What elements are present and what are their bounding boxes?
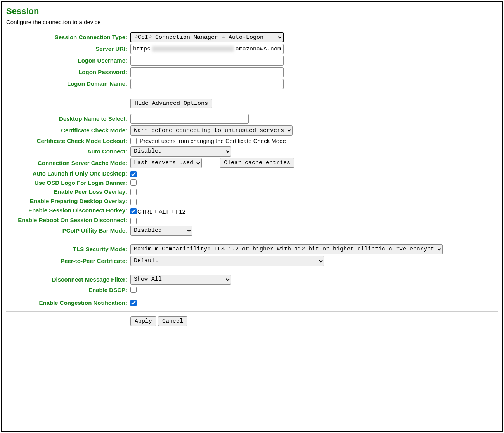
tls-mode-select[interactable]: Maximum Compatibility: TLS 1.2 or higher… bbox=[130, 244, 443, 254]
apply-button[interactable]: Apply bbox=[130, 316, 156, 326]
desktop-name-label: Desktop Name to Select: bbox=[6, 115, 130, 123]
desktop-name-input[interactable] bbox=[130, 114, 249, 124]
logon-username-input[interactable] bbox=[130, 56, 284, 66]
connection-type-label: Session Connection Type: bbox=[6, 33, 130, 41]
osd-logo-label: Use OSD Logo For Login Banner: bbox=[6, 179, 130, 187]
divider-2 bbox=[6, 311, 498, 312]
cert-check-mode-label: Certificate Check Mode: bbox=[6, 127, 130, 134]
cert-check-mode-select[interactable]: Warn before connecting to untrusted serv… bbox=[130, 125, 293, 136]
enable-dscp-checkbox[interactable] bbox=[130, 287, 137, 293]
logon-password-label: Logon Password: bbox=[6, 68, 130, 76]
preparing-overlay-checkbox[interactable] bbox=[130, 199, 137, 205]
server-uri-input[interactable]: https amazonaws.com bbox=[130, 44, 284, 54]
tls-mode-label: TLS Security Mode: bbox=[6, 245, 130, 253]
peer-loss-label: Enable Peer Loss Overlay: bbox=[6, 188, 130, 196]
cancel-button[interactable]: Cancel bbox=[158, 316, 187, 326]
enable-dscp-label: Enable DSCP: bbox=[6, 286, 130, 294]
auto-connect-select[interactable]: Disabled bbox=[130, 146, 231, 157]
cert-lockout-text: Prevent users from changing the Certific… bbox=[140, 137, 286, 144]
server-uri-suffix: amazonaws.com bbox=[236, 46, 281, 52]
utility-bar-select[interactable]: Disabled bbox=[130, 226, 192, 236]
disconnect-hotkey-label: Enable Session Disconnect Hotkey: bbox=[6, 207, 130, 214]
auto-connect-label: Auto Connect: bbox=[6, 148, 130, 155]
logon-password-input[interactable] bbox=[130, 67, 284, 77]
congestion-label: Enable Congestion Notification: bbox=[6, 299, 130, 307]
session-config-page: Session Configure the connection to a de… bbox=[1, 1, 503, 432]
hotkey-text: CTRL + ALT + F12 bbox=[137, 208, 185, 215]
logon-domain-input[interactable] bbox=[130, 79, 284, 89]
reboot-disconnect-checkbox[interactable] bbox=[130, 218, 137, 224]
reboot-disconnect-label: Enable Reboot On Session Disconnect: bbox=[6, 216, 130, 224]
p2p-cert-select[interactable]: Default bbox=[130, 256, 324, 266]
congestion-checkbox[interactable] bbox=[130, 300, 137, 306]
page-subtitle: Configure the connection to a device bbox=[6, 19, 498, 25]
clear-cache-button[interactable]: Clear cache entries bbox=[220, 158, 294, 168]
p2p-cert-label: Peer-to-Peer Certificate: bbox=[6, 257, 130, 265]
peer-loss-checkbox[interactable] bbox=[130, 189, 137, 195]
utility-bar-label: PCoIP Utility Bar Mode: bbox=[6, 227, 130, 235]
connection-type-select[interactable]: PCoIP Connection Manager + Auto-Logon bbox=[130, 32, 284, 42]
hide-advanced-button[interactable]: Hide Advanced Options bbox=[130, 99, 212, 108]
logon-username-label: Logon Username: bbox=[6, 57, 130, 64]
disconnect-hotkey-checkbox[interactable] bbox=[130, 208, 137, 214]
server-uri-prefix: https bbox=[133, 46, 151, 52]
cache-mode-label: Connection Server Cache Mode: bbox=[6, 159, 130, 167]
preparing-overlay-label: Enable Preparing Desktop Overlay: bbox=[6, 197, 130, 205]
logon-domain-label: Logon Domain Name: bbox=[6, 80, 130, 88]
cert-lockout-checkbox[interactable] bbox=[130, 138, 137, 144]
cert-lockout-label: Certificate Check Mode Lockout: bbox=[6, 137, 130, 145]
server-uri-label: Server URI: bbox=[6, 45, 130, 53]
osd-logo-checkbox[interactable] bbox=[130, 179, 137, 186]
disc-filter-select[interactable]: Show All bbox=[130, 275, 231, 285]
divider-1 bbox=[6, 94, 498, 94]
auto-launch-checkbox[interactable] bbox=[130, 171, 137, 177]
server-uri-redacted bbox=[152, 46, 234, 52]
cache-mode-select[interactable]: Last servers used bbox=[130, 158, 202, 168]
page-title: Session bbox=[6, 6, 498, 16]
disc-filter-label: Disconnect Message Filter: bbox=[6, 276, 130, 283]
auto-launch-label: Auto Launch If Only One Desktop: bbox=[6, 170, 130, 177]
